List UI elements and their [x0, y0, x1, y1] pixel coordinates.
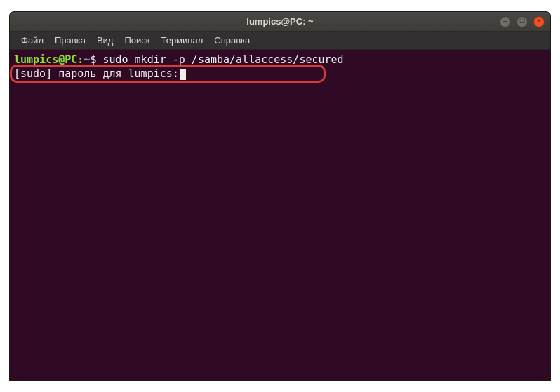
prompt-dollar: $: [90, 53, 96, 66]
close-button[interactable]: ×: [533, 16, 545, 27]
terminal-line-1: lumpics@PC:~$ sudo mkdir -p /samba/allac…: [14, 53, 546, 67]
prompt-sep: :: [77, 53, 84, 66]
maximize-icon: □: [520, 17, 525, 25]
terminal-window: lumpics@PC: ~ – □ × Файл Правка Вид Поис…: [10, 12, 550, 380]
command-text: sudo mkdir -p /samba/allaccess/secured: [102, 53, 343, 66]
menu-search[interactable]: Поиск: [119, 33, 155, 48]
maximize-button[interactable]: □: [516, 16, 528, 27]
menubar: Файл Правка Вид Поиск Терминал Справка: [10, 32, 550, 50]
menu-terminal[interactable]: Терминал: [155, 33, 208, 48]
window-title: lumpics@PC: ~: [10, 16, 550, 27]
close-icon: ×: [537, 17, 541, 25]
sudo-password-prompt: [sudo] пароль для lumpics:: [14, 67, 179, 80]
menu-help[interactable]: Справка: [208, 33, 255, 48]
prompt-user: lumpics@PC: [14, 53, 77, 66]
titlebar[interactable]: lumpics@PC: ~ – □ ×: [10, 12, 550, 32]
minimize-button[interactable]: –: [500, 16, 511, 27]
window-controls: – □ ×: [500, 16, 545, 27]
menu-edit[interactable]: Правка: [49, 33, 91, 48]
menu-view[interactable]: Вид: [91, 33, 119, 48]
terminal-line-2: [sudo] пароль для lumpics:: [14, 67, 546, 81]
minimize-icon: –: [503, 17, 507, 25]
menu-file[interactable]: Файл: [15, 33, 49, 48]
cursor: [180, 69, 186, 80]
terminal-body[interactable]: lumpics@PC:~$ sudo mkdir -p /samba/allac…: [10, 50, 550, 380]
